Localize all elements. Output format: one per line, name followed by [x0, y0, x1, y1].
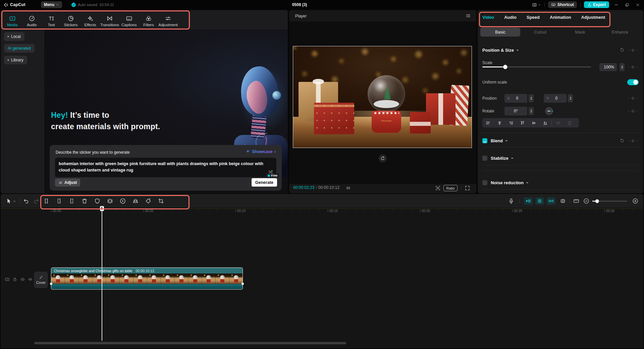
sidebar-item-library[interactable]: Library	[4, 56, 27, 64]
trim-left-icon[interactable]	[56, 198, 62, 204]
align-center-h-button[interactable]	[494, 118, 505, 128]
keyframe-control[interactable]	[627, 65, 639, 69]
toolbar-item-adjustment[interactable]: Adjustment	[158, 15, 178, 27]
align-right-button[interactable]	[505, 118, 517, 128]
chevron-down-icon[interactable]	[13, 200, 16, 203]
mask-icon[interactable]	[94, 198, 101, 204]
collapse-caret-icon[interactable]	[516, 50, 519, 51]
playhead-handle[interactable]	[100, 206, 104, 211]
uniform-scale-toggle[interactable]	[627, 79, 639, 85]
sidebar-item-ai-generated[interactable]: AI generated	[4, 44, 35, 53]
scale-stepper[interactable]	[620, 63, 625, 71]
tab-speed[interactable]: Speed	[527, 15, 540, 20]
speed-icon[interactable]	[119, 198, 126, 204]
shortcut-button[interactable]: Shortcut	[548, 1, 577, 8]
next-keyframe-icon[interactable]	[636, 97, 639, 100]
export-button[interactable]: Export	[584, 1, 609, 8]
toolbar-item-captions[interactable]: Captions	[119, 15, 139, 27]
prev-keyframe-icon[interactable]	[627, 97, 630, 100]
add-keyframe-icon[interactable]	[631, 109, 635, 113]
menu-button[interactable]: Menu	[41, 1, 62, 8]
link-icon[interactable]	[547, 197, 555, 205]
refresh-icon[interactable]	[379, 154, 387, 162]
toolbar-item-text[interactable]: Text	[42, 15, 61, 27]
stabilize-checkbox[interactable]	[482, 156, 487, 161]
expand-icon[interactable]	[465, 185, 470, 191]
videotrack-icon[interactable]	[5, 277, 10, 282]
mirror-icon[interactable]	[132, 198, 139, 204]
reset-icon[interactable]	[620, 138, 625, 143]
timeline-scrollbar[interactable]	[34, 342, 346, 344]
close-button[interactable]	[634, 1, 641, 8]
zoom-in-icon[interactable]	[632, 198, 639, 204]
toolbar-item-effects[interactable]: Effects	[80, 15, 100, 27]
prompt-input[interactable]: bohemian interior with green beige pink …	[55, 158, 276, 177]
video-preview[interactable]: Christmas!	[293, 46, 472, 148]
toolbar-item-transitions[interactable]: Transitions	[100, 15, 119, 27]
rotate-stepper[interactable]	[529, 107, 534, 115]
add-keyframe-icon[interactable]	[631, 65, 635, 69]
tab-video[interactable]: Video	[482, 15, 494, 20]
scan-icon[interactable]	[435, 185, 441, 191]
sidebar-item-local[interactable]: Local	[4, 32, 24, 41]
position-y-field[interactable]: Y 0	[544, 94, 567, 103]
align-center-v-button[interactable]	[528, 118, 539, 128]
timeline-ruler[interactable]: 00:0000:0500:1000:1500:2000:2500:30	[1, 208, 643, 215]
splitview-icon[interactable]	[559, 198, 566, 204]
prev-keyframe-icon[interactable]	[627, 65, 630, 68]
add-keyframe-icon[interactable]	[631, 139, 635, 143]
previewaxis-icon[interactable]	[573, 198, 580, 204]
add-keyframe-icon[interactable]	[631, 96, 635, 100]
toolbar-item-audio[interactable]: Audio	[22, 15, 42, 27]
generate-button[interactable]: Generate	[252, 178, 277, 187]
ratio-button[interactable]: Ratio	[443, 185, 458, 191]
toolbar-item-media[interactable]: Media	[3, 15, 22, 27]
reset-icon[interactable]	[620, 48, 625, 53]
scale-slider[interactable]	[482, 66, 591, 67]
minimize-button[interactable]	[612, 1, 620, 8]
noise-reduction-checkbox[interactable]	[482, 180, 487, 185]
maximize-button[interactable]	[623, 1, 631, 8]
position-x-field[interactable]: X 0	[504, 94, 527, 103]
next-keyframe-icon[interactable]	[636, 65, 639, 68]
keyframe-control[interactable]	[627, 139, 639, 143]
redo-icon[interactable]	[33, 198, 40, 204]
tab-audio[interactable]: Audio	[504, 15, 517, 20]
hamburger-icon[interactable]	[466, 13, 471, 18]
mic-icon[interactable]	[508, 198, 515, 204]
adjust-button[interactable]: Adjust	[55, 179, 80, 187]
prev-keyframe-icon[interactable]	[627, 139, 630, 142]
align-bottom-button[interactable]	[539, 118, 551, 128]
zoom-out-icon[interactable]	[583, 198, 590, 204]
caret-down-icon[interactable]	[505, 140, 508, 142]
scale-value-field[interactable]: 100%	[599, 63, 617, 71]
undo-icon[interactable]	[23, 198, 30, 204]
position-y-stepper[interactable]	[568, 94, 573, 102]
distribute-h-button[interactable]	[552, 118, 564, 128]
tab-animation[interactable]: Animation	[550, 15, 571, 20]
eye-icon[interactable]	[20, 277, 25, 282]
next-keyframe-icon[interactable]	[636, 49, 639, 52]
rotate-value-field[interactable]: 0°	[504, 107, 527, 115]
select-icon[interactable]	[5, 198, 12, 204]
scale-slider-thumb[interactable]	[503, 65, 507, 69]
prev-keyframe-icon[interactable]	[627, 110, 630, 113]
align-left-button[interactable]	[482, 118, 494, 128]
caret-down-icon[interactable]	[526, 182, 529, 184]
speaker-icon[interactable]	[28, 277, 33, 282]
delete-icon[interactable]	[81, 198, 88, 204]
add-keyframe-icon[interactable]	[631, 48, 635, 52]
columns-icon[interactable]	[345, 186, 351, 191]
subtab-mask[interactable]: Mask	[560, 28, 600, 37]
autocut-icon[interactable]	[535, 197, 544, 205]
next-keyframe-icon[interactable]	[636, 139, 639, 142]
blend-checkbox[interactable]	[482, 138, 487, 143]
distribute-v-button[interactable]	[564, 118, 575, 128]
keyframe-control[interactable]	[627, 109, 639, 113]
play-button[interactable]	[379, 185, 386, 191]
keyframe-control[interactable]	[627, 96, 639, 100]
clip-right-handle[interactable]	[241, 283, 244, 285]
toolbar-item-filters[interactable]: Filters	[139, 15, 158, 27]
timeline-zoom-slider[interactable]	[592, 201, 627, 202]
caret-down-icon[interactable]	[511, 158, 514, 159]
